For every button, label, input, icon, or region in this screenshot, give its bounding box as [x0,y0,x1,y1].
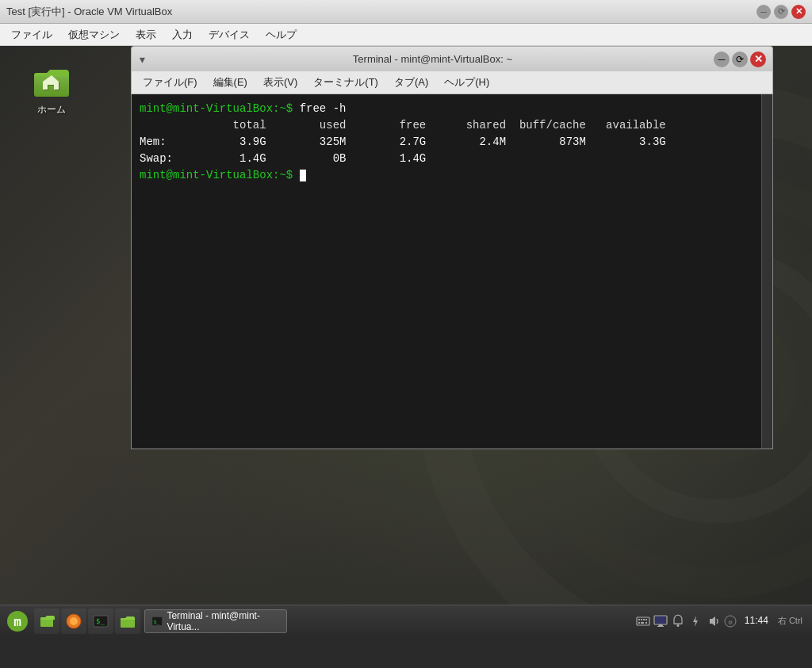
terminal-close-button[interactable]: ✕ [750,52,766,67]
tray-extra-icon-1[interactable]: ⚙ [722,613,738,629]
terminal-prompt-2: mint@mint-VirtualBox:~$ [140,169,300,181]
taskbar-start-button[interactable]: m [3,609,32,634]
taskbar-browser-button[interactable] [61,609,86,634]
vbox-minimize-button[interactable]: ─ [756,5,771,19]
terminal-mem-row: Mem: 3.9G 325M 2.7G 2.4M 873M 3.3G [140,136,666,148]
vbox-menu-help[interactable]: ヘルプ [258,25,304,45]
tray-volume-icon[interactable] [705,613,721,629]
svg-text:$_: $_ [96,617,105,625]
right-ctrl-label: 右 Ctrl [775,615,806,627]
terminal-menu-help[interactable]: ヘルプ(H) [436,73,497,92]
taskbar-apps: $_ Terminal - mint@mint-Virtua... [144,609,635,633]
terminal-restore-button[interactable]: ⟳ [732,52,748,67]
taskbar: m $_ [0,605,812,636]
terminal-controls: ─ ⟳ ✕ [714,52,766,67]
terminal-menu-terminal[interactable]: ターミナル(T) [305,73,386,92]
vbox-title: Test [実行中] - Oracle VM VirtualBox [6,5,172,19]
tray-keyboard-icon[interactable] [635,613,651,629]
vbox-close-button[interactable]: ✕ [791,5,806,19]
svg-rect-24 [645,619,647,620]
tray-display-icon[interactable] [653,613,668,629]
vbox-restore-button[interactable]: ⟳ [774,5,788,19]
terminal-title: Terminal - mint@mint-VirtualBox: ~ [151,53,714,65]
svg-rect-25 [638,622,640,624]
terminal-swap-row: Swap: 1.4G 0B 1.4G [140,152,426,165]
taskbar-clock[interactable]: 11:44 [740,615,773,628]
terminal-menu-view[interactable]: 表示(V) [255,73,305,92]
svg-rect-20 [637,617,649,625]
svg-rect-27 [645,622,647,624]
svg-rect-22 [641,619,642,620]
svg-text:m: m [13,614,21,629]
taskbar-terminal-label: Terminal - mint@mint-Virtua... [167,610,280,632]
home-folder-icon [33,62,71,100]
desktop: m ホーム linuxmint-19.1-xfce- [0,46,812,636]
vbox-menu-input[interactable]: 入力 [164,25,201,45]
svg-text:$_: $_ [154,618,160,624]
taskbar-tray: ⚙ 11:44 右 Ctrl [635,613,806,629]
terminal-scrollbar[interactable] [761,94,772,449]
taskbar-terminal-quick-button[interactable]: $_ [88,609,113,634]
svg-rect-26 [641,622,644,624]
svg-text:⚙: ⚙ [728,619,732,626]
svg-rect-30 [657,626,664,627]
terminal-output: mint@mint-VirtualBox:~$ free -h total us… [132,94,772,190]
vbox-controls: ─ ⟳ ✕ [756,5,806,19]
svg-rect-21 [638,619,640,620]
terminal-body[interactable]: mint@mint-VirtualBox:~$ free -h total us… [131,94,773,449]
terminal-minimize-button[interactable]: ─ [714,52,730,67]
terminal-command: free -h [300,102,347,115]
vbox-menu-vm[interactable]: 仮想マシン [60,25,128,45]
terminal-menu-arrow[interactable]: ▾ [138,51,147,67]
terminal-menu-file[interactable]: ファイル(F) [135,73,205,92]
home-icon-label: ホーム [37,103,66,116]
vbox-menu-file[interactable]: ファイル [3,25,60,45]
desktop-icon-home[interactable]: ホーム [24,62,79,116]
vbox-menu-devices[interactable]: デバイス [201,25,258,45]
svg-point-31 [676,624,679,627]
terminal-prompt-1: mint@mint-VirtualBox:~$ [140,102,300,115]
svg-point-14 [70,617,78,625]
tray-notification-icon[interactable] [670,613,686,629]
tray-power-icon[interactable] [688,613,703,629]
terminal-cursor [300,170,306,181]
terminal-menubar: ファイル(F) 編集(E) 表示(V) ターミナル(T) タブ(A) ヘルプ(H… [131,71,773,94]
vbox-titlebar: Test [実行中] - Oracle VM VirtualBox ─ ⟳ ✕ [0,0,812,24]
svg-rect-23 [643,619,645,620]
svg-marker-32 [693,616,698,627]
vbox-menubar: ファイル 仮想マシン 表示 入力 デバイス ヘルプ [0,24,812,46]
taskbar-terminal-window-button[interactable]: $_ Terminal - mint@mint-Virtua... [144,609,287,633]
terminal-menu-edit[interactable]: 編集(E) [205,73,255,92]
clock-time: 11:44 [745,615,768,628]
terminal-titlebar: ▾ Terminal - mint@mint-VirtualBox: ~ ─ ⟳… [131,46,773,71]
taskbar-files-button[interactable] [34,609,59,634]
terminal-header-row: total used free shared buff/cache availa… [140,119,666,132]
terminal-window: ▾ Terminal - mint@mint-VirtualBox: ~ ─ ⟳… [131,46,773,450]
terminal-menu-tab[interactable]: タブ(A) [386,73,436,92]
vbox-menu-view[interactable]: 表示 [128,25,164,45]
taskbar-folder-button[interactable] [115,609,140,634]
svg-rect-29 [655,616,666,624]
